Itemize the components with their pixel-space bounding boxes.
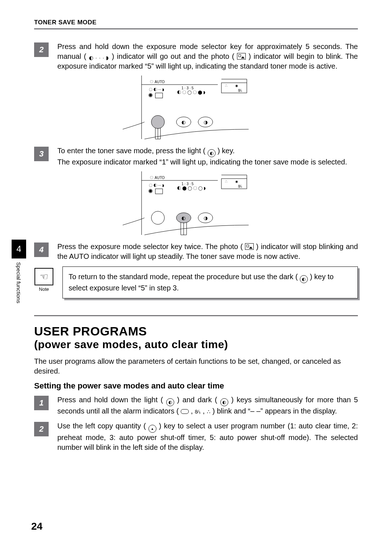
svg-text:✺: ✺ (148, 92, 153, 98)
svg-text:◐: ◐ (181, 215, 185, 221)
step-4: 4 Press the exposure mode selector key t… (34, 242, 358, 261)
text: ) blink and “– –” appears in the display… (212, 407, 337, 415)
svg-text:〇: 〇 (150, 80, 153, 83)
running-head: TONER SAVE MODE (34, 19, 358, 26)
text: Use the left copy quantity ( (57, 422, 146, 430)
light-key-icon (166, 398, 174, 406)
svg-text:∴: ∴ (225, 179, 227, 183)
text: To enter the toner save mode, press the … (57, 147, 205, 155)
svg-text:◑: ◑ (204, 119, 208, 125)
svg-text:8⁄₅: 8⁄₅ (238, 184, 242, 188)
svg-text:◐ 〇 ◯ 〇 ⬤ ◗: ◐ 〇 ◯ 〇 ⬤ ◗ (177, 90, 205, 95)
svg-rect-8 (155, 93, 163, 98)
photo-indicator-icon (245, 243, 254, 250)
svg-text:AUTO: AUTO (155, 176, 165, 180)
step-body: Press and hold down the exposure mode se… (57, 42, 358, 71)
chapter-label: Special functions (16, 262, 22, 303)
text: ) and dark ( (177, 396, 217, 404)
copy-quantity-key-icon (148, 425, 156, 433)
text: ) indicator will go out and the photo ( (112, 52, 234, 60)
chapter-number: 4 (12, 240, 26, 258)
svg-text:∴: ∴ (225, 83, 227, 87)
step-body: Use the left copy quantity ( ) key to se… (57, 421, 358, 452)
svg-text:〇 ◐ ··· ◗: 〇 ◐ ··· ◗ (149, 183, 164, 187)
note-label: Note (34, 286, 54, 292)
step-number: 4 (34, 243, 49, 257)
step-body: Press the exposure mode selector key twi… (57, 242, 358, 261)
svg-text:〇: 〇 (150, 176, 153, 179)
section-intro: The user programs allow the parameters o… (34, 357, 358, 376)
svg-point-15 (151, 115, 164, 129)
svg-text:◐: ◐ (181, 119, 185, 125)
dark-key-icon (300, 275, 308, 283)
step-body: To enter the toner save mode, press the … (57, 146, 358, 167)
text: To return to the standard mode, repeat t… (69, 273, 298, 281)
svg-text:◑: ◑ (204, 215, 208, 221)
section-title: USER PROGRAMS (34, 324, 147, 338)
subsection-heading: Setting the power save modes and auto cl… (34, 381, 358, 391)
section-subtitle: (power save modes, auto clear time) (34, 338, 358, 351)
step-number: 3 (34, 147, 49, 161)
svg-text:✺: ✺ (148, 188, 153, 194)
note-body: To return to the standard mode, repeat t… (62, 266, 358, 298)
svg-text:8⁄₅: 8⁄₅ (238, 89, 242, 93)
text: , (191, 407, 195, 415)
light-key-icon (208, 149, 216, 157)
svg-point-39 (151, 211, 164, 224)
text: , (203, 407, 207, 415)
step-body: Press and hold down the light ( ) and da… (57, 395, 358, 416)
manual-indicator-icon: ◐ · · · ◗ (89, 54, 109, 61)
page-number: 24 (31, 521, 42, 532)
svg-text:◐ ⬤ ◯ 〇 ◯ ◗: ◐ ⬤ ◯ 〇 ◯ ◗ (177, 186, 206, 191)
svg-text:◉: ◉ (235, 180, 238, 183)
svg-text:〇 ◐ ··· ◗: 〇 ◐ ··· ◗ (149, 87, 164, 91)
control-panel-diagram-1: 〇 AUTO 〇 ◐ ··· ◗ 1 · 3 · 5 ◐ 〇 ◯ 〇 ⬤ ◗ ✺… (120, 76, 272, 141)
svg-rect-32 (155, 189, 163, 194)
b-step-1: 1 Press and hold down the light ( ) and … (34, 395, 358, 416)
note-icon: ☞ (40, 271, 48, 282)
svg-text:1 · 3 · 5: 1 · 3 · 5 (181, 182, 194, 186)
step-2: 2 Press and hold down the exposure mode … (34, 42, 358, 71)
divider (34, 315, 358, 316)
text: Press the exposure mode selector key twi… (57, 243, 243, 250)
photo-indicator-icon (237, 53, 246, 60)
note-badge: ☞ Note (34, 268, 54, 298)
text: The exposure indicator marked “1” will l… (57, 157, 358, 167)
text: ) key. (217, 147, 234, 155)
svg-text:AUTO: AUTO (155, 80, 165, 84)
alarm-indicator-2-icon: 8⁄₅ (195, 409, 201, 415)
chapter-side-tab: 4 Special functions (12, 240, 26, 356)
section-heading: USER PROGRAMS (power save modes, auto cl… (34, 324, 358, 351)
control-panel-diagram-2: 〇 AUTO 〇 ◐ ··· ◗ 1 · 3 · 5 ◐ ⬤ ◯ 〇 ◯ ◗ ✺… (120, 171, 272, 237)
dark-key-icon (220, 398, 228, 406)
step-3: 3 To enter the toner save mode, press th… (34, 146, 358, 167)
alarm-indicator-1-icon (181, 409, 189, 414)
step-number: 2 (34, 422, 49, 436)
step-number: 1 (34, 396, 49, 410)
svg-text:◉: ◉ (235, 84, 238, 87)
text: Press and hold down the light ( (57, 396, 163, 404)
b-step-2: 2 Use the left copy quantity ( ) key to … (34, 421, 358, 452)
note-block: ☞ Note To return to the standard mode, r… (34, 266, 358, 298)
alarm-indicator-3-icon: ∴ (207, 408, 211, 415)
svg-text:1 · 3 · 5: 1 · 3 · 5 (181, 86, 194, 90)
divider (34, 28, 358, 29)
step-number: 2 (34, 42, 49, 57)
